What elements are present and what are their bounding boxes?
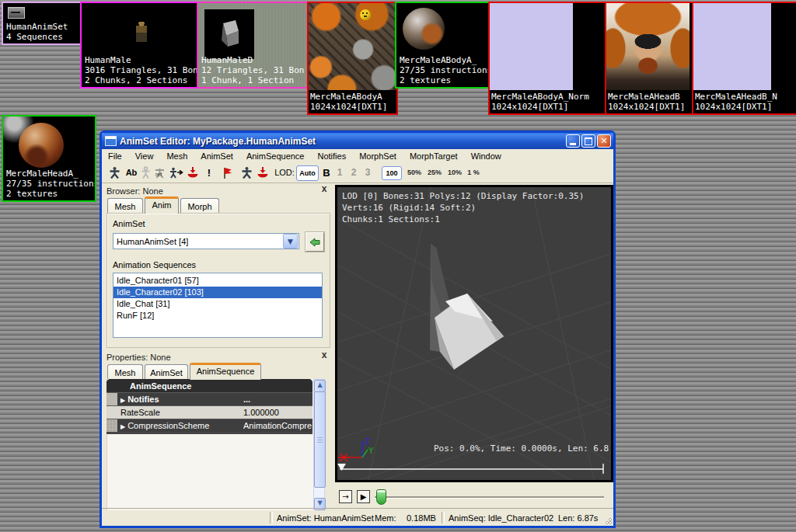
tab-mesh[interactable]: Mesh — [107, 198, 143, 214]
tile-humanmale[interactable]: HumanMale3016 Triangles, 31 Bon2 Chunks,… — [80, 2, 198, 89]
menu-window[interactable]: Window — [471, 151, 501, 161]
menu-file[interactable]: File — [108, 151, 122, 161]
step-button[interactable]: → — [339, 490, 352, 503]
show-skeleton-button[interactable] — [106, 165, 122, 179]
menu-animsequence[interactable]: AnimSequence — [246, 151, 305, 161]
tab-props-animsequence[interactable]: AnimSequence — [190, 363, 261, 380]
zoom-10-button[interactable]: 10% — [445, 165, 464, 179]
normalmap-thumb — [693, 3, 771, 90]
list-item-idle-character02[interactable]: Idle_Character02 [103] — [113, 287, 322, 298]
list-item-runf[interactable]: RunF [12] — [113, 310, 322, 322]
property-row-ratescale[interactable]: RateScale 1.000000 — [106, 405, 312, 419]
material-sphere-thumb — [19, 123, 64, 168]
tile-humanmaled[interactable]: HumanMaleD12 Triangles, 31 Bon1 Chunk, 1… — [197, 2, 309, 89]
figure-arrow-icon — [169, 166, 183, 179]
menu-morphtarget[interactable]: MorphTarget — [410, 151, 458, 161]
tile-mercmaleabodya-material[interactable]: MercMaleABodyA_27/35 instructions2 textu… — [395, 2, 490, 89]
copy-notifies-button[interactable] — [254, 165, 271, 179]
show-bone-names-button[interactable]: Ab — [124, 165, 139, 179]
menu-view[interactable]: View — [135, 151, 154, 161]
timeline-scrubber[interactable] — [337, 464, 603, 474]
property-value[interactable]: 1.000000 — [243, 408, 312, 417]
viewport-canvas[interactable]: Z Y LOD [0] Bones:31 Polys:12 (Display F… — [337, 187, 611, 480]
properties-close-icon[interactable]: x — [319, 351, 329, 360]
tab-props-animset[interactable]: AnimSet — [145, 364, 188, 380]
notify-socket-icon — [256, 166, 270, 179]
tab-props-mesh[interactable]: Mesh — [107, 364, 143, 380]
property-row-compressionscheme[interactable]: ▶CompressionScheme AnimationCompre — [106, 419, 312, 432]
tab-anim[interactable]: Anim — [145, 196, 179, 214]
refresh-notifies-button[interactable]: ! — [204, 165, 215, 179]
tile-mercmaleabodya-norm[interactable]: MercMaleABodyA_Norm1024x1024[DXT1] — [488, 2, 606, 115]
tile-label: MercMaleABodyA_27/35 instructions2 textu… — [400, 55, 490, 85]
properties-scrollbar[interactable]: ▲ ▼ — [313, 379, 325, 511]
tile-mercmaleheada-material[interactable]: MercMaleHeadA_27/35 instructions2 textur… — [2, 115, 96, 202]
notify-flag-button[interactable] — [220, 165, 236, 179]
mesh-thumb — [204, 9, 254, 59]
animset-combobox-value: HumanAnimSet [4] — [113, 237, 282, 246]
animset-combobox[interactable]: HumanAnimSet [4] ▼ — [113, 233, 299, 249]
chevron-down-icon[interactable]: ▼ — [283, 234, 298, 249]
step-arrow-icon: → — [342, 492, 348, 501]
lod-auto-button[interactable]: Auto — [296, 165, 319, 181]
tile-mercmaleaheadb-texture[interactable]: MercMaleAHeadB1024x1024[DXT1] — [605, 2, 694, 115]
lod-label: LOD: — [274, 165, 295, 179]
list-item-idle-chat[interactable]: Idle_Chat [31] — [113, 298, 322, 310]
preview-viewport[interactable]: Z Y LOD [0] Bones:31 Polys:12 (Display F… — [335, 185, 613, 482]
status-mem-label: Mem: — [375, 513, 396, 523]
zoom-100-button[interactable]: 100 — [382, 166, 402, 180]
titlebar[interactable]: AnimSet Editor: MyPackage.HumanAnimSet ✕ — [102, 133, 613, 149]
viewport-info-overlay: LOD [0] Bones:31 Polys:12 (Display Facto… — [342, 190, 584, 225]
property-value[interactable]: AnimationCompre — [243, 421, 312, 430]
resize-grip[interactable] — [602, 515, 613, 525]
cube-icon — [204, 9, 254, 59]
playback-slider-thumb[interactable] — [376, 489, 386, 505]
menu-mesh[interactable]: Mesh — [166, 151, 187, 161]
scrollbar-thumb[interactable] — [314, 391, 326, 488]
animset-thumb-icon — [8, 7, 25, 19]
smiley-decal — [360, 9, 371, 20]
tab-morph[interactable]: Morph — [180, 198, 219, 214]
status-animset: AnimSet: HumanAnimSet — [277, 513, 374, 523]
show-raw-skeleton-button[interactable] — [239, 165, 254, 179]
list-item-idle-character01[interactable]: Idle_Character01 [57] — [113, 275, 322, 287]
maximize-button[interactable] — [581, 134, 595, 148]
menu-notifies[interactable]: Notifies — [317, 151, 346, 161]
tile-mercmaleaheadb-norm[interactable]: MercMaleAHeadB_N1024x1024[DXT1] — [692, 2, 796, 115]
menu-morphset[interactable]: MorphSet — [359, 151, 396, 161]
playback-slider-track[interactable] — [375, 496, 604, 499]
lod-2-button[interactable]: 2 — [349, 165, 358, 179]
tile-humananimset[interactable]: HumanAnimSet4 Sequences — [2, 2, 82, 45]
status-mem-value: 0.18MB — [407, 513, 436, 523]
mirror-bone-button[interactable] — [167, 165, 184, 179]
tile-label: MercMaleAHeadB1024x1024[DXT1] — [608, 92, 685, 112]
property-row-notifies[interactable]: ▶Notifies ... — [106, 392, 312, 405]
scroll-up-icon[interactable]: ▲ — [314, 380, 326, 392]
tile-label: MercMaleABodyA_Norm1024x1024[DXT1] — [491, 92, 589, 112]
zoom-1-button[interactable]: 1 % — [466, 165, 481, 179]
new-notify-button[interactable] — [184, 165, 201, 179]
flag-icon — [222, 166, 234, 179]
browser-close-icon[interactable]: x — [319, 185, 329, 194]
sequence-list: Idle_Character01 [57] Idle_Character02 [… — [113, 273, 323, 338]
lod-base-button[interactable]: B — [322, 165, 331, 179]
play-button[interactable]: ▶ — [357, 490, 370, 503]
load-animset-button[interactable] — [305, 232, 324, 252]
expand-arrow-icon: ▶ — [120, 423, 125, 430]
property-value[interactable]: ... — [243, 395, 312, 404]
close-button[interactable]: ✕ — [597, 134, 611, 148]
show-ref-pose-button[interactable]: ref — [151, 165, 168, 179]
window-title: AnimSet Editor: MyPackage.HumanAnimSet — [120, 136, 316, 147]
tile-mercmaleabodya-texture[interactable]: MercMaleABodyA1024x1024[DXT1] — [307, 2, 398, 115]
zoom-50-button[interactable]: 50% — [405, 165, 424, 179]
lod-1-button[interactable]: 1 — [335, 165, 344, 179]
tile-label: HumanMale3016 Triangles, 31 Bon2 Chunks,… — [85, 55, 198, 85]
lod-3-button[interactable]: 3 — [363, 165, 372, 179]
menu-animset[interactable]: AnimSet — [201, 151, 233, 161]
svg-text:ref: ref — [155, 172, 162, 177]
minimize-button[interactable] — [566, 134, 580, 148]
window-icon — [105, 136, 117, 146]
notify-socket-icon — [186, 166, 200, 179]
axis-indicator: Z Y — [338, 436, 374, 461]
zoom-25-button[interactable]: 25% — [425, 165, 444, 179]
